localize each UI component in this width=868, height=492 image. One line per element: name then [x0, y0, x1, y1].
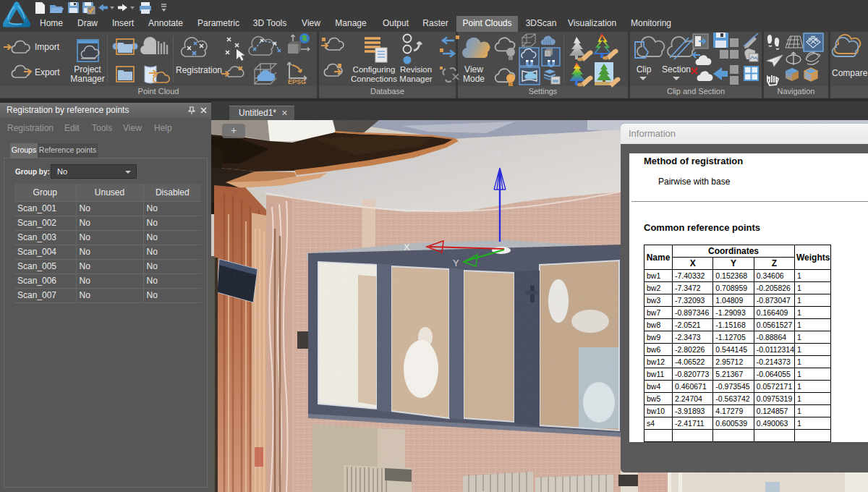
svg-text:EPSG: EPSG	[288, 78, 306, 85]
